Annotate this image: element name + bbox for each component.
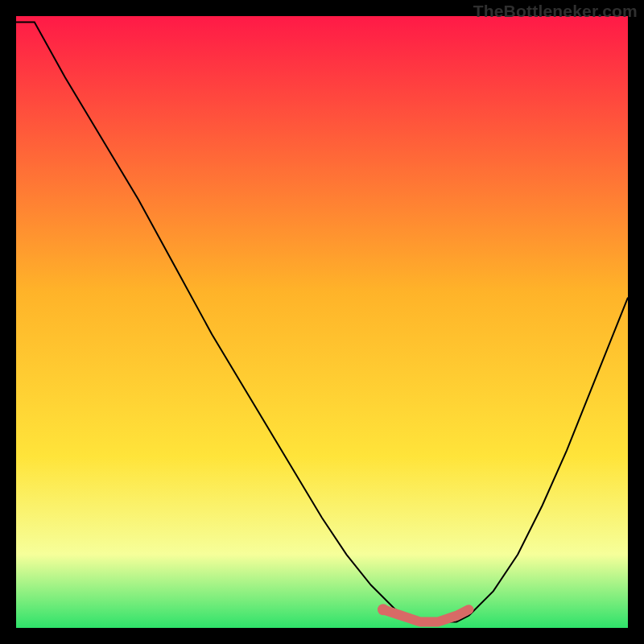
- heat-background: [16, 16, 628, 628]
- bottleneck-chart: [16, 16, 628, 628]
- chart-stage: TheBottleneker.com: [0, 0, 644, 644]
- optimal-dot: [378, 604, 389, 615]
- watermark-text: TheBottleneker.com: [473, 2, 638, 21]
